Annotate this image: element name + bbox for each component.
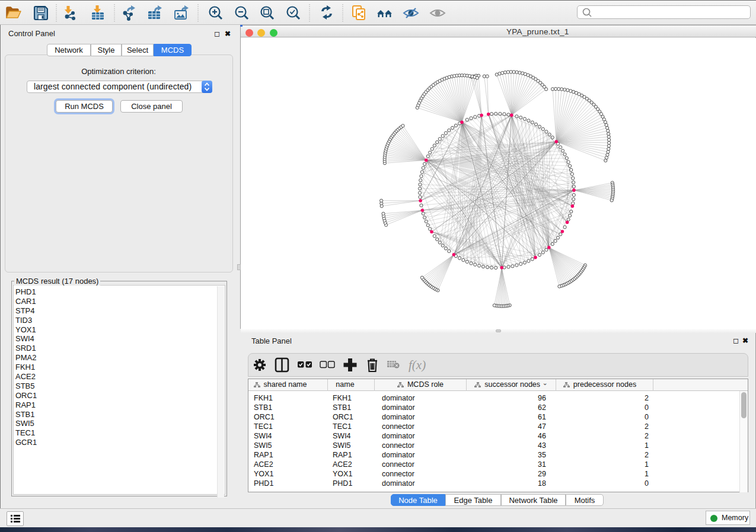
svg-text:f(x): f(x) <box>409 358 426 372</box>
